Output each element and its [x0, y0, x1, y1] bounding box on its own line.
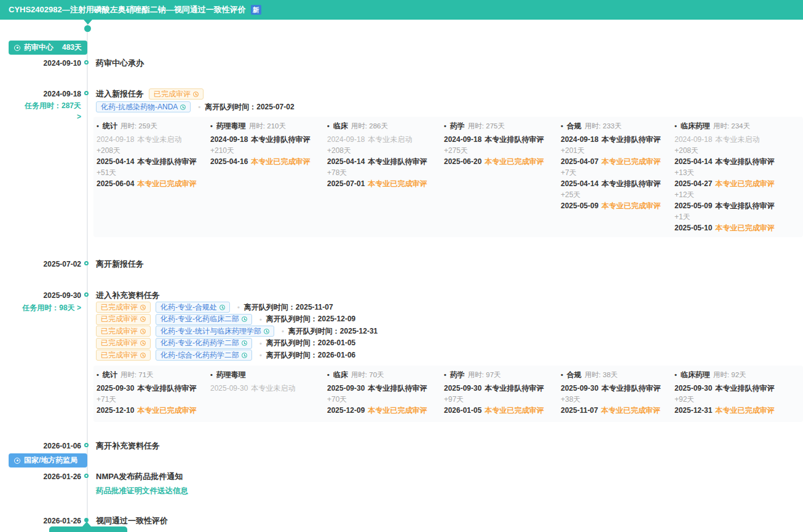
task-duration-link[interactable]: 任务用时：98天 > — [18, 302, 81, 313]
bullet-icon: • — [282, 327, 284, 335]
status-date: 2025-12-31 — [674, 406, 712, 415]
specialty-status-row: 2025-12-31本专业已完成审评 — [674, 405, 788, 416]
queue-leave-time-text: 离开队列时间：2025-12-31 — [288, 326, 378, 337]
bullet-icon: • — [444, 122, 446, 130]
event-dot-icon — [84, 261, 89, 265]
review-status-tag[interactable]: 已完成审评 — [96, 314, 151, 325]
specialty-status-row: +38天 — [561, 394, 674, 405]
status-text: 本专业已完成审评 — [368, 406, 427, 415]
specialty-status-row: +97天 — [444, 394, 557, 405]
status-date: 2025-05-09 — [561, 201, 598, 210]
page-title: CYHS2402982—注射用磷酸左奥硝唑酯二钠—视同通过一致性评价 — [9, 4, 246, 15]
specialty-status-row: 2025-04-14本专业排队待审评 — [674, 156, 788, 167]
specialty-status-row: +208天 — [327, 145, 440, 156]
specialty-duration: 用时: 259天 — [121, 122, 157, 130]
specialty-column-1: •统计用时: 71天2025-09-30本专业排队待审评+71天2025-12-… — [97, 369, 210, 416]
specialty-status-row: +92天 — [674, 394, 788, 405]
specialty-status-row: 2024-09-18本专业排队待审评 — [561, 134, 674, 145]
specialty-duration: 用时: 233天 — [585, 122, 622, 130]
queue-leave-time-text: 离开队列时间：2026-01-05 — [266, 338, 355, 348]
event-title: 离开补充资料任务 — [96, 440, 160, 452]
elapsed-days: +12天 — [674, 190, 694, 199]
elapsed-days: +38天 — [561, 395, 580, 404]
tag-text: 化药-专业-统计与临床药理学部 — [160, 326, 261, 337]
specialty-status-row: 2025-05-09本专业已完成审评 — [561, 200, 674, 211]
specialty-status-row: 2025-05-09本专业排队待审评 — [674, 200, 788, 211]
department-tag[interactable]: 化药-专业-化药药学二部 — [156, 338, 252, 349]
event-dot-icon — [84, 443, 89, 447]
bullet-icon: • — [198, 103, 200, 111]
status-text: 本专业排队待审评 — [715, 201, 774, 210]
specialty-status-row: +275天 — [444, 145, 557, 156]
status-date: 2024-09-18 — [561, 135, 598, 144]
task-duration-link[interactable]: 任务用时：287天 > — [18, 100, 81, 122]
specialty-header: •临床药理用时: 92天 — [674, 369, 788, 380]
bullet-icon: • — [210, 122, 213, 130]
department-tag[interactable]: 化药-专业-统计与临床药理学部 — [156, 326, 274, 337]
status-date: 2025-06-04 — [97, 179, 134, 188]
status-text: 本专业排队待审评 — [601, 179, 660, 188]
status-date: 2025-05-09 — [674, 201, 712, 210]
specialty-status-row: +7天 — [561, 167, 674, 178]
elapsed-days: +97天 — [444, 395, 464, 404]
location-pin-icon — [14, 45, 20, 51]
status-text: 本专业已完成审评 — [601, 157, 660, 166]
specialty-name: 药学 — [450, 122, 465, 130]
tag-text: 已完成审评 — [154, 88, 191, 100]
review-status-tag[interactable]: 已完成审评 — [96, 326, 151, 337]
timeline-event-enter-new-task: 2024-09-18 进入新报任务 已完成审评 — [0, 88, 803, 100]
bullet-icon: • — [674, 371, 677, 378]
specialty-header: •临床药理用时: 234天 — [674, 120, 788, 131]
tag-text: 化药-专业-化药临床二部 — [160, 314, 239, 324]
queue-tag-row: 已完成审评化药-专业-化药临床二部•离开队列时间：2025-12-09 — [96, 314, 378, 325]
status-text: 本专业已完成审评 — [601, 406, 660, 415]
specialty-column-6: •临床药理用时: 234天2024-09-18本专业未启动+208天2025-0… — [674, 120, 788, 233]
department-tag[interactable]: 化药-专业-合规处 — [156, 302, 230, 313]
elapsed-days: +208天 — [674, 146, 698, 155]
specialty-column-3: •临床用时: 286天2024-09-18本专业未启动+208天2025-04-… — [327, 120, 440, 189]
approval-document-link[interactable]: 药品批准证明文件送达信息 — [96, 485, 188, 496]
bullet-icon: • — [97, 122, 99, 130]
specialty-duration: 用时: 70天 — [351, 371, 384, 378]
status-text: 本专业已完成审评 — [485, 157, 544, 166]
bullet-icon: • — [327, 122, 330, 130]
review-status-tag[interactable]: 已完成审评 — [96, 302, 151, 313]
queue-leave-time: •离开队列时间：2025-07-02 — [198, 102, 294, 112]
specialty-status-row: 2025-04-16本专业已完成审评 — [210, 156, 323, 167]
department-tag[interactable]: 化药-抗感染药物-ANDA — [96, 101, 191, 112]
queue-leave-time: •离开队列时间：2026-01-05 — [259, 338, 355, 348]
specialty-duration: 用时: 286天 — [351, 122, 388, 130]
specialty-name: 统计 — [103, 370, 117, 379]
department-tag[interactable]: 化药-综合-化药药学二部 — [156, 350, 252, 361]
status-date: 2025-04-14 — [97, 157, 134, 166]
bullet-icon: • — [561, 122, 563, 130]
status-text: 本专业排队待审评 — [601, 135, 660, 144]
queue-tag-rows: 已完成审评化药-专业-合规处•离开队列时间：2025-11-07已完成审评化药-… — [96, 302, 378, 362]
queue-leave-time-text: 离开队列时间：2025-12-09 — [266, 314, 355, 324]
review-status-tag[interactable]: 已完成审评 — [96, 338, 151, 349]
timeline-event-accepted: 2024-09-10 药审中心承办 — [0, 58, 803, 69]
clock-icon — [220, 305, 225, 310]
review-status-tag[interactable]: 已完成审评 — [149, 88, 204, 100]
queue-leave-time-text: 离开队列时间：2025-11-07 — [244, 302, 333, 313]
status-text: 本专业已完成审评 — [137, 179, 196, 188]
bullet-icon: • — [327, 371, 330, 378]
clock-icon — [140, 353, 146, 358]
specialty-header: •合规用时: 233天 — [561, 120, 674, 131]
department-tag[interactable]: 化药-专业-化药临床二部 — [156, 314, 252, 325]
status-date: 2025-04-27 — [674, 179, 712, 188]
queue-tag-row: 已完成审评化药-专业-合规处•离开队列时间：2025-11-07 — [96, 302, 378, 313]
status-date: 2025-09-30 — [210, 384, 248, 393]
specialty-status-row: 2025-12-10本专业已完成审评 — [97, 405, 210, 416]
elapsed-days: +71天 — [97, 395, 116, 404]
status-text: 本专业排队待审评 — [485, 384, 544, 393]
review-status-tag[interactable]: 已完成审评 — [96, 350, 151, 361]
clock-icon — [140, 329, 146, 334]
status-date: 2025-04-14 — [327, 157, 365, 166]
specialty-status-row: 2026-01-05本专业已完成审评 — [444, 405, 557, 416]
specialty-header: •统计用时: 259天 — [97, 120, 210, 131]
status-date: 2025-09-30 — [327, 384, 365, 393]
status-date: 2024-09-18 — [674, 135, 712, 144]
specialty-header: •药理毒理用时: 210天 — [210, 120, 323, 131]
clock-icon — [242, 340, 247, 346]
